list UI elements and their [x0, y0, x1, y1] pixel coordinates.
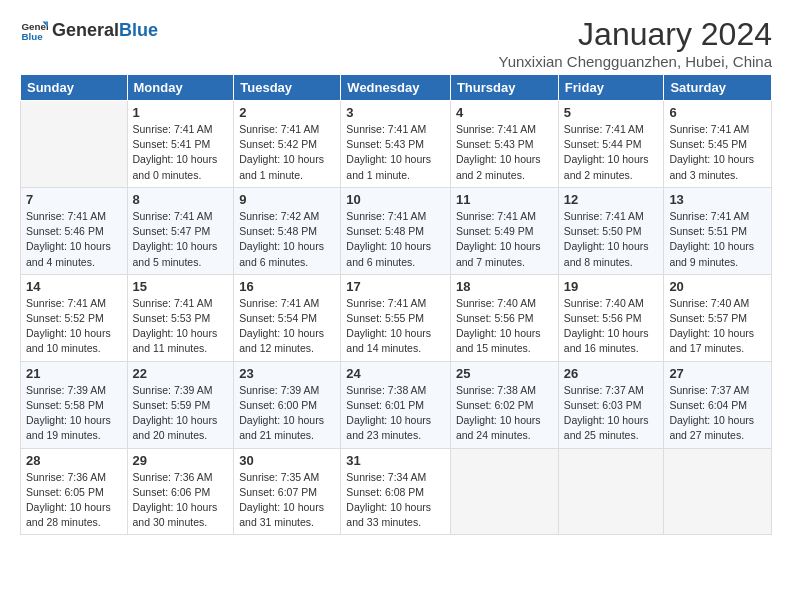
- location: Yunxixian Chengguanzhen, Hubei, China: [498, 53, 772, 70]
- day-number: 20: [669, 279, 766, 294]
- col-header-monday: Monday: [127, 75, 234, 101]
- day-number: 19: [564, 279, 659, 294]
- calendar-cell: [21, 101, 128, 188]
- calendar-cell: 29Sunrise: 7:36 AMSunset: 6:06 PMDayligh…: [127, 448, 234, 535]
- day-number: 13: [669, 192, 766, 207]
- calendar-cell: 31Sunrise: 7:34 AMSunset: 6:08 PMDayligh…: [341, 448, 451, 535]
- calendar-cell: 12Sunrise: 7:41 AMSunset: 5:50 PMDayligh…: [558, 187, 664, 274]
- calendar-cell: 7Sunrise: 7:41 AMSunset: 5:46 PMDaylight…: [21, 187, 128, 274]
- calendar-cell: 10Sunrise: 7:41 AMSunset: 5:48 PMDayligh…: [341, 187, 451, 274]
- calendar-cell: 24Sunrise: 7:38 AMSunset: 6:01 PMDayligh…: [341, 361, 451, 448]
- calendar-cell: 9Sunrise: 7:42 AMSunset: 5:48 PMDaylight…: [234, 187, 341, 274]
- day-info: Sunrise: 7:41 AMSunset: 5:44 PMDaylight:…: [564, 122, 659, 183]
- day-number: 25: [456, 366, 553, 381]
- calendar-cell: 18Sunrise: 7:40 AMSunset: 5:56 PMDayligh…: [450, 274, 558, 361]
- day-info: Sunrise: 7:39 AMSunset: 5:58 PMDaylight:…: [26, 383, 122, 444]
- day-number: 16: [239, 279, 335, 294]
- calendar-cell: 26Sunrise: 7:37 AMSunset: 6:03 PMDayligh…: [558, 361, 664, 448]
- day-number: 24: [346, 366, 445, 381]
- page-header: General Blue GeneralBlue January 2024 Yu…: [20, 16, 772, 70]
- logo-icon: General Blue: [20, 16, 48, 44]
- day-number: 4: [456, 105, 553, 120]
- day-number: 26: [564, 366, 659, 381]
- col-header-tuesday: Tuesday: [234, 75, 341, 101]
- day-number: 3: [346, 105, 445, 120]
- calendar-cell: 5Sunrise: 7:41 AMSunset: 5:44 PMDaylight…: [558, 101, 664, 188]
- day-info: Sunrise: 7:39 AMSunset: 6:00 PMDaylight:…: [239, 383, 335, 444]
- col-header-sunday: Sunday: [21, 75, 128, 101]
- calendar-cell: 2Sunrise: 7:41 AMSunset: 5:42 PMDaylight…: [234, 101, 341, 188]
- calendar-cell: [450, 448, 558, 535]
- day-info: Sunrise: 7:40 AMSunset: 5:57 PMDaylight:…: [669, 296, 766, 357]
- calendar-cell: 20Sunrise: 7:40 AMSunset: 5:57 PMDayligh…: [664, 274, 772, 361]
- month-title: January 2024: [498, 16, 772, 53]
- day-info: Sunrise: 7:41 AMSunset: 5:53 PMDaylight:…: [133, 296, 229, 357]
- calendar-cell: [664, 448, 772, 535]
- day-number: 12: [564, 192, 659, 207]
- calendar-cell: 22Sunrise: 7:39 AMSunset: 5:59 PMDayligh…: [127, 361, 234, 448]
- day-info: Sunrise: 7:38 AMSunset: 6:02 PMDaylight:…: [456, 383, 553, 444]
- day-number: 11: [456, 192, 553, 207]
- calendar-cell: 23Sunrise: 7:39 AMSunset: 6:00 PMDayligh…: [234, 361, 341, 448]
- calendar-cell: 3Sunrise: 7:41 AMSunset: 5:43 PMDaylight…: [341, 101, 451, 188]
- calendar-cell: 15Sunrise: 7:41 AMSunset: 5:53 PMDayligh…: [127, 274, 234, 361]
- calendar-cell: 4Sunrise: 7:41 AMSunset: 5:43 PMDaylight…: [450, 101, 558, 188]
- calendar-cell: 16Sunrise: 7:41 AMSunset: 5:54 PMDayligh…: [234, 274, 341, 361]
- calendar-cell: [558, 448, 664, 535]
- day-number: 30: [239, 453, 335, 468]
- day-number: 1: [133, 105, 229, 120]
- calendar-cell: 30Sunrise: 7:35 AMSunset: 6:07 PMDayligh…: [234, 448, 341, 535]
- day-info: Sunrise: 7:41 AMSunset: 5:45 PMDaylight:…: [669, 122, 766, 183]
- title-block: January 2024 Yunxixian Chengguanzhen, Hu…: [498, 16, 772, 70]
- calendar-cell: 13Sunrise: 7:41 AMSunset: 5:51 PMDayligh…: [664, 187, 772, 274]
- day-info: Sunrise: 7:39 AMSunset: 5:59 PMDaylight:…: [133, 383, 229, 444]
- col-header-friday: Friday: [558, 75, 664, 101]
- day-number: 7: [26, 192, 122, 207]
- day-number: 10: [346, 192, 445, 207]
- day-info: Sunrise: 7:34 AMSunset: 6:08 PMDaylight:…: [346, 470, 445, 531]
- svg-text:Blue: Blue: [21, 31, 43, 42]
- calendar-cell: 8Sunrise: 7:41 AMSunset: 5:47 PMDaylight…: [127, 187, 234, 274]
- day-number: 31: [346, 453, 445, 468]
- day-number: 9: [239, 192, 335, 207]
- logo-text-general: General: [52, 20, 119, 41]
- day-info: Sunrise: 7:37 AMSunset: 6:03 PMDaylight:…: [564, 383, 659, 444]
- calendar-cell: 25Sunrise: 7:38 AMSunset: 6:02 PMDayligh…: [450, 361, 558, 448]
- calendar-cell: 1Sunrise: 7:41 AMSunset: 5:41 PMDaylight…: [127, 101, 234, 188]
- col-header-thursday: Thursday: [450, 75, 558, 101]
- day-number: 5: [564, 105, 659, 120]
- day-number: 2: [239, 105, 335, 120]
- day-info: Sunrise: 7:38 AMSunset: 6:01 PMDaylight:…: [346, 383, 445, 444]
- day-info: Sunrise: 7:41 AMSunset: 5:48 PMDaylight:…: [346, 209, 445, 270]
- day-info: Sunrise: 7:41 AMSunset: 5:46 PMDaylight:…: [26, 209, 122, 270]
- day-info: Sunrise: 7:41 AMSunset: 5:49 PMDaylight:…: [456, 209, 553, 270]
- day-info: Sunrise: 7:41 AMSunset: 5:52 PMDaylight:…: [26, 296, 122, 357]
- day-number: 23: [239, 366, 335, 381]
- day-info: Sunrise: 7:41 AMSunset: 5:47 PMDaylight:…: [133, 209, 229, 270]
- logo: General Blue GeneralBlue: [20, 16, 158, 44]
- calendar-cell: 11Sunrise: 7:41 AMSunset: 5:49 PMDayligh…: [450, 187, 558, 274]
- day-info: Sunrise: 7:40 AMSunset: 5:56 PMDaylight:…: [564, 296, 659, 357]
- day-info: Sunrise: 7:41 AMSunset: 5:50 PMDaylight:…: [564, 209, 659, 270]
- calendar-cell: 28Sunrise: 7:36 AMSunset: 6:05 PMDayligh…: [21, 448, 128, 535]
- logo-text-blue: Blue: [119, 20, 158, 41]
- day-number: 17: [346, 279, 445, 294]
- calendar-cell: 17Sunrise: 7:41 AMSunset: 5:55 PMDayligh…: [341, 274, 451, 361]
- calendar-cell: 6Sunrise: 7:41 AMSunset: 5:45 PMDaylight…: [664, 101, 772, 188]
- day-number: 21: [26, 366, 122, 381]
- col-header-saturday: Saturday: [664, 75, 772, 101]
- day-info: Sunrise: 7:42 AMSunset: 5:48 PMDaylight:…: [239, 209, 335, 270]
- day-number: 6: [669, 105, 766, 120]
- day-info: Sunrise: 7:41 AMSunset: 5:54 PMDaylight:…: [239, 296, 335, 357]
- day-info: Sunrise: 7:36 AMSunset: 6:05 PMDaylight:…: [26, 470, 122, 531]
- day-info: Sunrise: 7:37 AMSunset: 6:04 PMDaylight:…: [669, 383, 766, 444]
- day-info: Sunrise: 7:41 AMSunset: 5:51 PMDaylight:…: [669, 209, 766, 270]
- col-header-wednesday: Wednesday: [341, 75, 451, 101]
- day-info: Sunrise: 7:35 AMSunset: 6:07 PMDaylight:…: [239, 470, 335, 531]
- calendar-cell: 14Sunrise: 7:41 AMSunset: 5:52 PMDayligh…: [21, 274, 128, 361]
- calendar-table: SundayMondayTuesdayWednesdayThursdayFrid…: [20, 74, 772, 535]
- day-info: Sunrise: 7:41 AMSunset: 5:43 PMDaylight:…: [346, 122, 445, 183]
- day-number: 18: [456, 279, 553, 294]
- day-info: Sunrise: 7:41 AMSunset: 5:43 PMDaylight:…: [456, 122, 553, 183]
- day-number: 27: [669, 366, 766, 381]
